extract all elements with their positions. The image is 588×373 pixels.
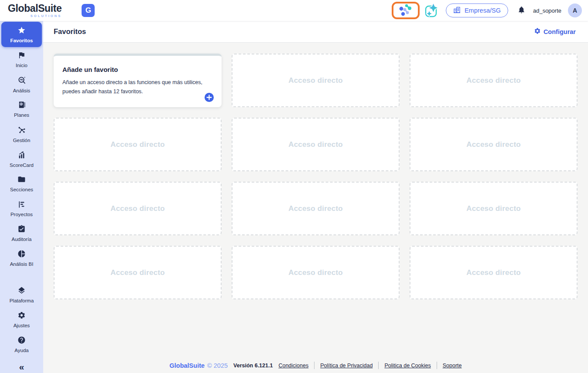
shortcut-placeholder-label: Acceso directo	[288, 76, 343, 85]
sidebar-item-label: Auditoría	[11, 237, 31, 242]
header-actions: Empresa/SG ad_soporte A	[392, 2, 582, 19]
building-icon	[453, 6, 461, 15]
sidebar-item-auditoria[interactable]: Auditoría	[0, 221, 43, 246]
help-icon	[17, 336, 26, 346]
logo-title: GlobalSuite	[8, 3, 62, 14]
sidebar-item-label: Favoritos	[10, 38, 33, 43]
company-selector-label: Empresa/SG	[465, 7, 501, 14]
favorites-content: Añade un favorito Añade un acceso direct…	[43, 43, 588, 373]
sidebar: Favoritos Inicio Análisis Planes	[0, 21, 43, 373]
sidebar-item-analisis-bi[interactable]: Análisis BI	[0, 246, 43, 271]
sidebar-item-label: ScoreCard	[10, 163, 34, 168]
logo-subtitle: SOLUTIONS	[31, 14, 62, 18]
sidebar-item-label: Gestión	[13, 138, 31, 143]
sidebar-item-secciones[interactable]: Secciones	[0, 171, 43, 196]
shortcut-placeholder-card: Acceso directo	[54, 182, 222, 235]
configure-button[interactable]: Configurar	[534, 27, 576, 36]
shortcut-placeholder-label: Acceso directo	[288, 268, 343, 277]
layers-icon	[17, 286, 26, 296]
g-app-icon-letter: G	[85, 6, 91, 15]
sidebar-item-ayuda[interactable]: Ayuda	[0, 332, 43, 357]
add-favorite-title: Añade un favorito	[62, 66, 213, 73]
footer-brand: GlobalSuite	[170, 362, 205, 369]
bar-chart-arrow-icon	[17, 150, 26, 161]
sidebar-item-label: Secciones	[10, 187, 33, 192]
shortcut-placeholder-card: Acceso directo	[232, 182, 400, 235]
clipboard-check-icon	[17, 225, 26, 235]
sidebar-item-label: Plataforma	[10, 298, 34, 303]
footer: GlobalSuite © 2025 Versión 6.121.1 Condi…	[43, 362, 588, 369]
sidebar-item-scorecard[interactable]: ScoreCard	[0, 146, 43, 171]
shortcut-placeholder-card: Acceso directo	[232, 118, 400, 171]
shortcut-placeholder-label: Acceso directo	[110, 140, 165, 149]
notifications-button[interactable]	[517, 6, 526, 15]
sidebar-item-proyectos[interactable]: Proyectos	[0, 196, 43, 221]
shortcut-placeholder-card: Acceso directo	[232, 246, 400, 299]
page-title: Favoritos	[54, 27, 86, 36]
star-icon	[17, 26, 26, 36]
shortcut-placeholder-card: Acceso directo	[410, 246, 578, 299]
sidebar-item-ajustes[interactable]: Ajustes	[0, 307, 43, 332]
sidebar-item-gestion[interactable]: Gestión	[0, 122, 43, 146]
shortcut-placeholder-card: Acceso directo	[410, 54, 578, 107]
configure-label: Configurar	[544, 28, 576, 35]
shortcut-placeholder-label: Acceso directo	[288, 140, 343, 149]
sidebar-collapse-button[interactable]: «	[0, 362, 43, 372]
footer-separator	[437, 362, 437, 369]
sidebar-item-inicio[interactable]: Inicio	[0, 47, 43, 72]
gantt-list-icon	[17, 200, 26, 210]
footer-link-condiciones[interactable]: Condiciones	[278, 363, 308, 369]
pie-chart-icon	[17, 250, 26, 260]
report-book-icon	[17, 101, 26, 111]
shortcut-placeholder-card: Acceso directo	[410, 118, 578, 171]
username-label: ad_soporte	[533, 7, 561, 14]
globalsuite-logo[interactable]: GlobalSuite SOLUTIONS	[8, 3, 62, 18]
avatar-initial: A	[573, 7, 577, 14]
avatar[interactable]: A	[568, 3, 582, 17]
page-titlebar: Favoritos Configurar	[43, 21, 588, 43]
footer-version: Versión 6.121.1	[233, 363, 273, 369]
sidebar-item-planes[interactable]: Planes	[0, 97, 43, 122]
company-selector-button[interactable]: Empresa/SG	[446, 3, 508, 17]
shortcut-placeholder-card: Acceso directo	[54, 246, 222, 299]
footer-link-cookies[interactable]: Politica de Cookies	[384, 363, 431, 369]
shortcut-placeholder-label: Acceso directo	[466, 268, 521, 277]
shortcut-placeholder-label: Acceso directo	[288, 204, 343, 213]
sidebar-item-plataforma[interactable]: Plataforma	[0, 282, 43, 307]
apps-network-button[interactable]	[392, 2, 420, 19]
bell-icon	[517, 9, 526, 15]
footer-copyright: © 2025	[207, 362, 228, 369]
flag-icon	[17, 51, 26, 61]
plus-icon	[204, 97, 214, 104]
add-favorite-button[interactable]	[204, 92, 214, 102]
sidebar-item-analisis[interactable]: Análisis	[0, 72, 43, 97]
shortcut-placeholder-card: Acceso directo	[410, 182, 578, 235]
ai-assistant-button[interactable]	[424, 3, 439, 18]
ai-sparkle-icon	[424, 13, 439, 20]
apps-network-icon	[398, 3, 414, 18]
shortcut-placeholder-label: Acceso directo	[110, 204, 165, 213]
footer-link-soporte[interactable]: Soporte	[443, 363, 462, 369]
sidebar-item-label: Análisis	[13, 88, 31, 93]
magnifier-pulse-icon	[17, 76, 26, 86]
main-area: Favoritos Configurar Añade un favorito A…	[43, 21, 588, 373]
shortcut-placeholder-card: Acceso directo	[54, 118, 222, 171]
collapse-chevrons-icon: «	[19, 362, 24, 372]
shortcut-placeholder-label: Acceso directo	[110, 268, 165, 277]
configure-gear-icon	[534, 27, 541, 36]
folder-icon	[17, 175, 26, 185]
g-app-icon[interactable]: G	[82, 4, 95, 17]
footer-separator	[378, 362, 379, 369]
sidebar-item-favoritos[interactable]: Favoritos	[1, 22, 42, 47]
sidebar-item-label: Ajustes	[14, 323, 30, 328]
add-favorite-description: Añade un acceso directo a las funciones …	[62, 78, 213, 97]
shortcut-placeholder-label: Acceso directo	[466, 140, 521, 149]
sidebar-item-label: Ayuda	[14, 348, 28, 353]
sidebar-item-label: Análisis BI	[10, 261, 34, 267]
gear-icon	[17, 311, 26, 321]
footer-link-privacidad[interactable]: Política de Privacidad	[320, 363, 373, 369]
add-favorite-card: Añade un favorito Añade un acceso direct…	[54, 54, 222, 107]
shortcut-placeholder-label: Acceso directo	[466, 76, 521, 85]
favorites-grid: Añade un favorito Añade un acceso direct…	[54, 54, 578, 299]
sidebar-item-label: Proyectos	[10, 212, 33, 217]
